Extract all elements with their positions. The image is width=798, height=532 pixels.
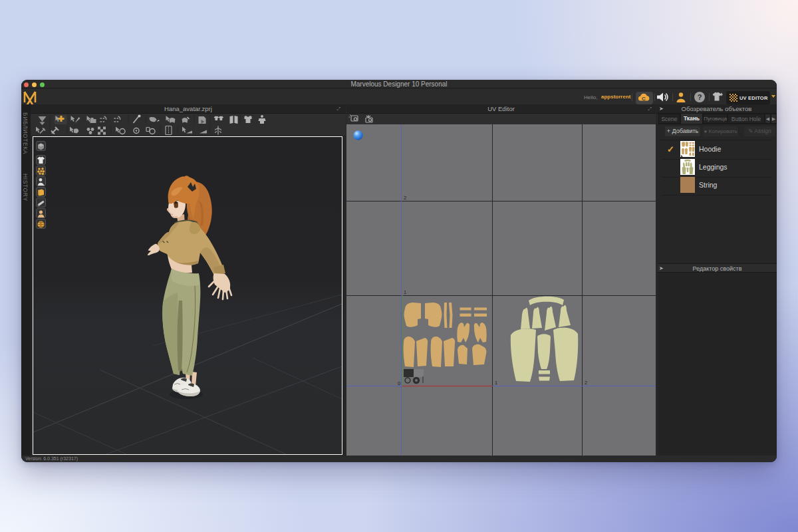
svg-text:0: 0 (398, 380, 400, 386)
svg-text:2: 2 (404, 195, 406, 201)
svg-text:1: 1 (404, 289, 406, 295)
svg-text:C: C (642, 96, 646, 102)
svg-text:1: 1 (495, 380, 497, 386)
svg-text:2: 2 (585, 380, 587, 386)
